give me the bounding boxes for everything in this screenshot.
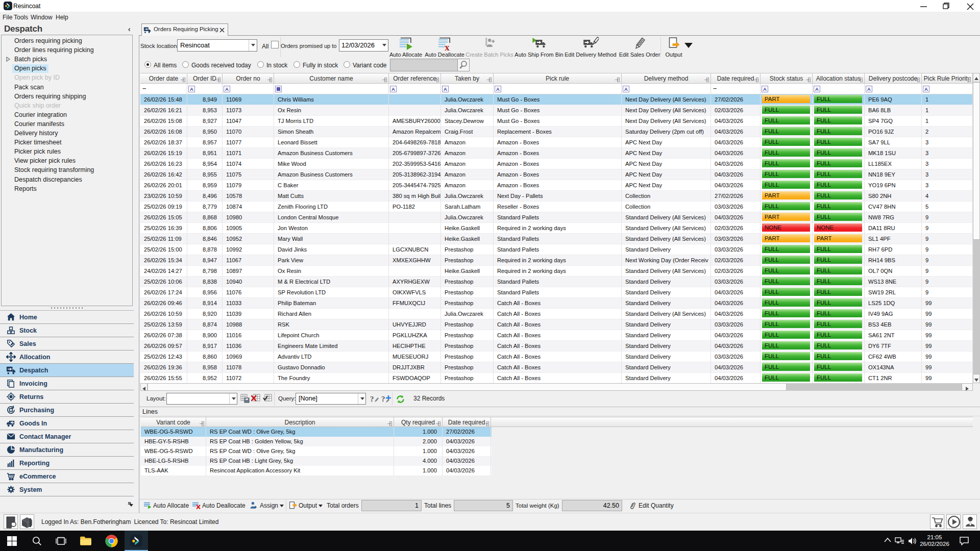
svg-text:A: A bbox=[763, 86, 767, 92]
svg-text:A: A bbox=[496, 86, 500, 92]
svg-text:A: A bbox=[190, 86, 193, 92]
svg-text:A: A bbox=[391, 86, 395, 92]
svg-text:?: ? bbox=[370, 395, 374, 403]
svg-text:A: A bbox=[624, 86, 628, 92]
svg-text:A: A bbox=[867, 86, 871, 92]
svg-text:A: A bbox=[225, 86, 229, 92]
svg-text:x: x bbox=[445, 42, 450, 51]
svg-text:A: A bbox=[924, 86, 928, 92]
svg-text:?: ? bbox=[381, 395, 385, 403]
svg-text:A: A bbox=[444, 86, 447, 92]
svg-text:A: A bbox=[815, 86, 819, 92]
